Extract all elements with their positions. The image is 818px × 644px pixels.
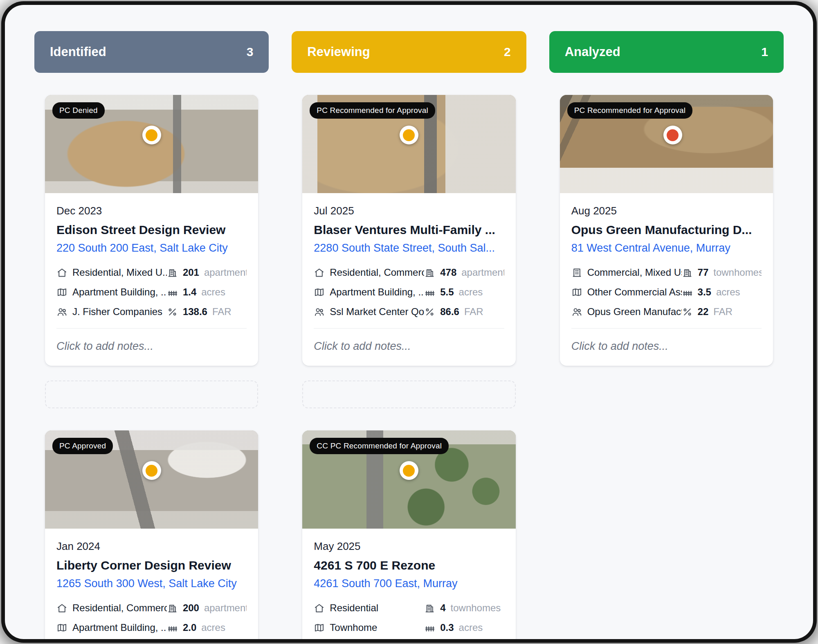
detail-project-type: Apartment Building, ...: [314, 286, 424, 298]
satellite-image: CC PC Recommended for Approval: [302, 430, 515, 529]
detail-land-use: Residential: [314, 602, 424, 614]
map-pin-icon: [663, 126, 682, 144]
project-details: Residential, Mixed U... 201 apartments A…: [56, 267, 247, 329]
notes-placeholder[interactable]: Click to add notes...: [56, 340, 247, 353]
acreage-icon: [167, 622, 178, 633]
detail-project-type: Other Commercial Ass...: [571, 286, 682, 298]
detail-unit-count: 478 apartments: [424, 267, 504, 278]
project-date: Jan 2024: [56, 540, 247, 553]
column-analyzed: Analyzed 1 PC Recommended for Approval A…: [549, 31, 784, 366]
project-card-4261-rezone[interactable]: CC PC Recommended for Approval May 2025 …: [302, 430, 515, 639]
detail-acreage: 3.5 acres: [682, 286, 762, 298]
map-icon: [56, 287, 67, 298]
status-badge: PC Recommended for Approval: [567, 102, 693, 119]
project-address-link[interactable]: 2280 South State Street, South Sal...: [314, 242, 504, 254]
project-address-link[interactable]: 4261 South 700 East, Murray: [314, 577, 504, 590]
status-badge: PC Denied: [52, 102, 105, 119]
detail-land-use: Commercial, Mixed Us...: [571, 267, 682, 278]
card-body: Aug 2025 Opus Green Manufacturing D... 8…: [560, 193, 773, 366]
pin-dot: [146, 465, 157, 477]
building-icon: [424, 603, 435, 614]
detail-land-use: Residential, Commerc...: [56, 602, 167, 614]
acreage-icon: [682, 287, 693, 298]
satellite-image: PC Denied: [45, 95, 258, 193]
project-details: Residential, Commerc... 200 apartments A…: [56, 602, 247, 639]
home-icon: [314, 267, 325, 278]
project-title: Liberty Corner Design Review: [56, 558, 247, 572]
detail-acreage: 5.5 acres: [424, 286, 504, 298]
map-pin-icon: [142, 126, 161, 144]
map-icon: [56, 622, 67, 633]
column-count-badge: 2: [504, 45, 511, 59]
project-card-edison-street[interactable]: PC Denied Dec 2023 Edison Street Design …: [45, 95, 258, 366]
column-title: Analyzed: [565, 45, 620, 59]
map-pin-icon: [142, 461, 161, 480]
project-details: Residential 4 townhomes Townhome: [314, 602, 504, 639]
home-icon: [56, 603, 67, 614]
detail-acreage: 2.0 acres: [167, 622, 247, 633]
detail-unit-count: 77 townhomes: [682, 267, 762, 278]
acreage-icon: [424, 622, 435, 633]
detail-developer: Opus Green Manufactu...: [571, 306, 682, 317]
project-title: 4261 S 700 E Rezone: [314, 558, 504, 572]
app-window: Identified 3 PC Denied Dec 2023 Edison S…: [5, 5, 813, 639]
home-icon: [56, 267, 67, 278]
building-icon: [167, 267, 178, 278]
office-building-icon: [571, 267, 582, 278]
column-header-reviewing: Reviewing 2: [292, 31, 526, 73]
card-body: Dec 2023 Edison Street Design Review 220…: [45, 193, 258, 366]
pin-dot: [403, 465, 415, 477]
map-pin-icon: [400, 126, 418, 144]
project-date: May 2025: [314, 540, 504, 553]
project-card-opus-green[interactable]: PC Recommended for Approval Aug 2025 Opu…: [560, 95, 773, 366]
kanban-board: Identified 3 PC Denied Dec 2023 Edison S…: [34, 31, 784, 639]
card-drop-zone[interactable]: [302, 381, 515, 408]
card-body: Jul 2025 Blaser Ventures Multi-Family ..…: [302, 193, 515, 366]
status-badge: CC PC Recommended for Approval: [310, 438, 449, 454]
people-icon: [571, 306, 582, 317]
project-title: Opus Green Manufacturing D...: [571, 223, 762, 237]
map-pin-icon: [400, 461, 418, 480]
detail-land-use: Residential, Mixed U...: [56, 267, 167, 278]
notes-placeholder[interactable]: Click to add notes...: [571, 340, 762, 353]
map-icon: [314, 622, 325, 633]
project-card-blaser-ventures[interactable]: PC Recommended for Approval Jul 2025 Bla…: [302, 95, 515, 366]
detail-unit-count: 201 apartments: [167, 267, 247, 278]
column-header-identified: Identified 3: [34, 31, 269, 73]
card-body: Jan 2024 Liberty Corner Design Review 12…: [45, 529, 258, 639]
status-badge: PC Approved: [52, 438, 113, 454]
project-address-link[interactable]: 81 West Central Avenue, Murray: [571, 242, 762, 254]
column-title: Reviewing: [307, 45, 370, 59]
detail-project-type: Townhome: [314, 622, 424, 633]
detail-developer: J. Fisher Companies: [56, 306, 167, 317]
project-card-liberty-corner[interactable]: PC Approved Jan 2024 Liberty Corner Desi…: [45, 430, 258, 639]
notes-placeholder[interactable]: Click to add notes...: [314, 340, 504, 353]
satellite-image: PC Recommended for Approval: [560, 95, 773, 193]
project-date: Jul 2025: [314, 205, 504, 217]
detail-project-type: Apartment Building, ...: [56, 286, 167, 298]
map-icon: [314, 287, 325, 298]
project-address-link[interactable]: 1265 South 300 West, Salt Lake City: [56, 577, 247, 590]
card-drop-zone[interactable]: [45, 381, 258, 408]
project-details: Commercial, Mixed Us... 77 townhomes Oth…: [571, 267, 762, 329]
people-icon: [314, 306, 325, 317]
project-title: Blaser Ventures Multi-Family ...: [314, 223, 504, 237]
map-icon: [571, 287, 582, 298]
column-count-badge: 1: [761, 45, 768, 59]
satellite-image: PC Approved: [45, 430, 258, 529]
project-title: Edison Street Design Review: [56, 223, 247, 237]
project-details: Residential, Commerc... 478 apartments A…: [314, 267, 504, 329]
building-icon: [167, 603, 178, 614]
far-icon: [424, 306, 435, 317]
satellite-image: PC Recommended for Approval: [302, 95, 515, 193]
column-reviewing: Reviewing 2 PC Recommended for Approval …: [292, 31, 526, 639]
card-body: May 2025 4261 S 700 E Rezone 4261 South …: [302, 529, 515, 639]
column-count-badge: 3: [247, 45, 254, 59]
building-icon: [424, 267, 435, 278]
pin-dot: [667, 129, 679, 141]
pin-dot: [146, 129, 157, 141]
project-address-link[interactable]: 220 South 200 East, Salt Lake City: [56, 242, 247, 254]
detail-acreage: 0.3 acres: [424, 622, 504, 633]
detail-acreage: 1.4 acres: [167, 286, 247, 298]
far-icon: [682, 306, 693, 317]
